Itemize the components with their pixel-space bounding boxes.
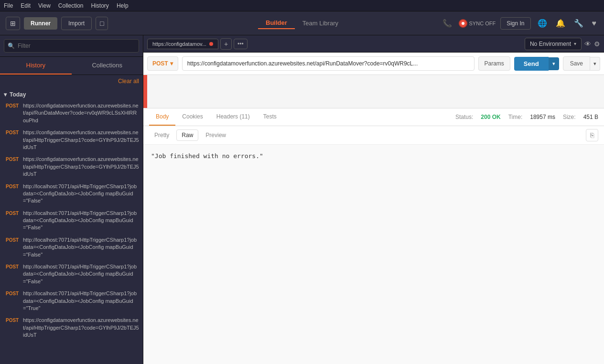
tab-bar: https://configdatamov... + ••• No Enviro… [143, 35, 604, 53]
history-item-url-4: http://localhost:7071/api/HttpTriggerCSh… [23, 210, 139, 232]
params-button[interactable]: Params [478, 56, 510, 71]
copy-response-button[interactable]: ⎘ [586, 129, 598, 141]
bell-icon[interactable]: 🔔 [554, 17, 567, 30]
main-tabs: Builder Team Library [258, 17, 346, 29]
menu-history[interactable]: History [91, 2, 109, 9]
request-body-area [143, 75, 604, 108]
import-button[interactable]: Import [61, 17, 92, 30]
response-tab-headers[interactable]: Headers (11) [210, 108, 257, 126]
environment-selector[interactable]: No Environment ▾ [525, 38, 582, 50]
sign-in-button[interactable]: Sign In [500, 17, 530, 30]
toolbar: ⊞ Runner Import □ Builder Team Library 📞… [0, 11, 604, 35]
history-item-1[interactable]: POSThttps://configdatamoverfunction.azur… [0, 127, 143, 153]
menu-file[interactable]: File [4, 2, 13, 9]
sync-dot-icon [459, 19, 467, 28]
history-item-5[interactable]: POSThttp://localhost:7071/api/HttpTrigge… [0, 234, 143, 261]
clear-all-button[interactable]: Clear all [118, 78, 139, 85]
sidebar-tab-collections[interactable]: Collections [72, 57, 143, 75]
heart-icon[interactable]: ♥ [590, 17, 599, 30]
request-tab[interactable]: https://configdatamov... [147, 39, 218, 49]
main-layout: 🔍 History Collections Clear all ▾ Today … [0, 35, 604, 364]
time-label: Time: [508, 114, 523, 120]
new-tab-button[interactable]: □ [96, 17, 108, 30]
response-tab-body[interactable]: Body [149, 108, 175, 126]
format-tab-pretty[interactable]: Pretty [149, 129, 174, 141]
status-label: Status: [455, 114, 473, 120]
format-tab-raw[interactable]: Raw [176, 129, 198, 141]
method-dropdown-icon: ▾ [170, 60, 173, 67]
response-status-info: Status: 200 OK Time: 18957 ms Size: 451 … [455, 114, 598, 120]
history-item-url-3: http://localhost:7071/api/HttpTriggerCSh… [23, 183, 139, 205]
sync-status[interactable]: SYNC OFF [459, 19, 496, 28]
tab-add-button[interactable]: + [220, 38, 232, 50]
send-dropdown-button[interactable]: ▾ [549, 57, 559, 70]
tab-builder[interactable]: Builder [258, 17, 295, 29]
history-group-label-text: Today [10, 91, 26, 98]
filter-input[interactable] [4, 39, 139, 53]
tab-team-library[interactable]: Team Library [295, 18, 346, 29]
sidebar-filter-area: 🔍 [0, 35, 143, 57]
format-tab-preview[interactable]: Preview [200, 129, 231, 141]
response-body-content: "Job finished with no errors." [151, 152, 596, 160]
method-label: POST [152, 60, 168, 67]
response-body: "Job finished with no errors." [143, 145, 604, 364]
history-item-url-1: https://configdatamoverfunction.azureweb… [23, 129, 139, 151]
environment-dropdown-icon: ▾ [574, 41, 576, 46]
response-tab-tests[interactable]: Tests [257, 108, 283, 126]
history-item-url-2: https://configdatamoverfunction.azureweb… [23, 156, 139, 178]
history-item-3[interactable]: POSThttp://localhost:7071/api/HttpTrigge… [0, 181, 143, 207]
environment-eye-icon[interactable]: 👁 [584, 40, 591, 48]
tab-more-button[interactable]: ••• [234, 39, 248, 49]
filter-search-icon: 🔍 [8, 43, 15, 49]
globe-icon[interactable]: 🌐 [536, 17, 549, 30]
save-button-group: Save ▾ [563, 56, 600, 71]
environment-gear-icon[interactable]: ⚙ [594, 40, 600, 48]
menu-view[interactable]: View [38, 2, 51, 9]
history-item-8[interactable]: POSThttps://configdatamoverfunction.azur… [0, 314, 143, 341]
url-input[interactable] [182, 56, 475, 71]
history-item-method-2: POST [4, 156, 20, 162]
method-selector[interactable]: POST ▾ [147, 56, 178, 71]
history-item-method-4: POST [4, 210, 20, 216]
save-button[interactable]: Save [563, 56, 590, 71]
menu-bar: File Edit View Collection History Help [0, 0, 604, 11]
history-item-method-6: POST [4, 264, 20, 270]
history-item-4[interactable]: POSThttp://localhost:7071/api/HttpTrigge… [0, 207, 143, 234]
size-label: Size: [563, 114, 576, 120]
history-item-6[interactable]: POSThttp://localhost:7071/api/HttpTrigge… [0, 261, 143, 288]
sidebar-actions: Clear all [0, 75, 143, 87]
menu-help[interactable]: Help [117, 2, 129, 9]
history-list: POSThttps://configdatamoverfunction.azur… [0, 100, 143, 342]
save-dropdown-button[interactable]: ▾ [590, 57, 600, 71]
history-item-7[interactable]: POSThttp://localhost:7071/api/HttpTrigge… [0, 288, 143, 314]
sidebar-tabs: History Collections [0, 57, 143, 75]
response-tab-cookies[interactable]: Cookies [175, 108, 209, 126]
sidebar-toggle-button[interactable]: ⊞ [6, 17, 20, 30]
send-button[interactable]: Send [514, 57, 549, 71]
copy-icon: ⎘ [590, 131, 594, 139]
history-item-method-8: POST [4, 317, 20, 323]
history-item-method-5: POST [4, 237, 20, 243]
runner-button[interactable]: Runner [24, 17, 57, 30]
response-tab-headers-count: (11) [239, 113, 249, 120]
chevron-down-icon: ▾ [4, 91, 7, 98]
wrench-icon[interactable]: 🔧 [572, 17, 585, 30]
history-item-method-7: POST [4, 290, 20, 297]
phone-icon[interactable]: 📞 [441, 17, 454, 30]
request-bar: POST ▾ Params Send ▾ Save ▾ [143, 53, 604, 75]
history-item-method-0: POST [4, 103, 20, 109]
history-item-url-7: http://localhost:7071/api/HttpTriggerCSh… [23, 290, 139, 312]
history-item-url-5: http://localhost:7071/api/HttpTriggerCSh… [23, 236, 139, 258]
request-tab-dirty-dot [209, 42, 213, 46]
right-panel: https://configdatamov... + ••• No Enviro… [143, 35, 604, 364]
request-tab-url: https://configdatamov... [152, 41, 206, 47]
environment-area: No Environment ▾ 👁 ⚙ [525, 38, 600, 50]
sidebar-tab-history[interactable]: History [0, 57, 72, 75]
history-item-url-6: http://localhost:7071/api/HttpTriggerCSh… [23, 263, 139, 285]
menu-edit[interactable]: Edit [21, 2, 31, 9]
sidebar-content: ▾ Today POSThttps://configdatamoverfunct… [0, 87, 143, 364]
history-item-0[interactable]: POSThttps://configdatamoverfunction.azur… [0, 100, 143, 127]
history-item-2[interactable]: POSThttps://configdatamoverfunction.azur… [0, 153, 143, 180]
menu-collection[interactable]: Collection [58, 2, 84, 9]
status-value: 200 OK [481, 114, 500, 120]
